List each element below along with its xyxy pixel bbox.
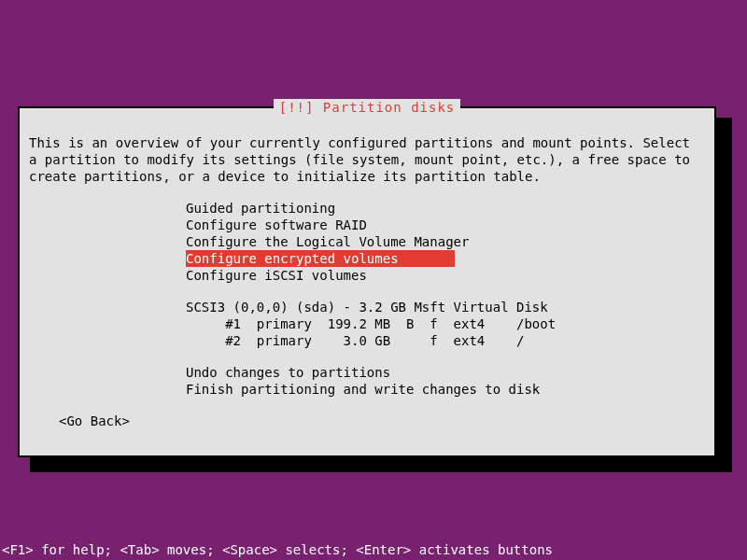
menu-configure-iscsi[interactable]: Configure iSCSI volumes	[186, 267, 705, 284]
disk-block: SCSI3 (0,0,0) (sda) - 3.2 GB Msft Virtua…	[186, 299, 705, 349]
menu-guided-partitioning[interactable]: Guided partitioning	[186, 200, 705, 217]
partition-1[interactable]: #1 primary 199.2 MB B f ext4 /boot	[186, 315, 705, 332]
installer-screen: [!!] Partition disks This is an overview…	[0, 0, 747, 560]
disk-header[interactable]: SCSI3 (0,0,0) (sda) - 3.2 GB Msft Virtua…	[186, 299, 705, 315]
partition-dialog: [!!] Partition disks This is an overview…	[18, 106, 716, 457]
main-menu: Guided partitioning Configure software R…	[186, 200, 705, 284]
dialog-title-row: [!!] Partition disks	[20, 99, 714, 116]
finish-partitioning[interactable]: Finish partitioning and write changes to…	[186, 381, 705, 398]
menu-configure-encrypted[interactable]: Configure encrypted volumes	[186, 250, 455, 267]
dialog-body: This is an overview of your currently co…	[29, 134, 705, 429]
intro-text: This is an overview of your currently co…	[29, 134, 705, 185]
partition-2[interactable]: #2 primary 3.0 GB f ext4 /	[186, 332, 705, 349]
menu-configure-raid[interactable]: Configure software RAID	[186, 217, 705, 233]
go-back-button[interactable]: <Go Back>	[59, 413, 705, 429]
undo-changes[interactable]: Undo changes to partitions	[186, 364, 705, 381]
menu-configure-lvm[interactable]: Configure the Logical Volume Manager	[186, 233, 705, 250]
actions-block: Undo changes to partitions Finish partit…	[186, 364, 705, 398]
help-bar: <F1> for help; <Tab> moves; <Space> sele…	[0, 542, 747, 557]
dialog-title: [!!] Partition disks	[274, 99, 461, 116]
